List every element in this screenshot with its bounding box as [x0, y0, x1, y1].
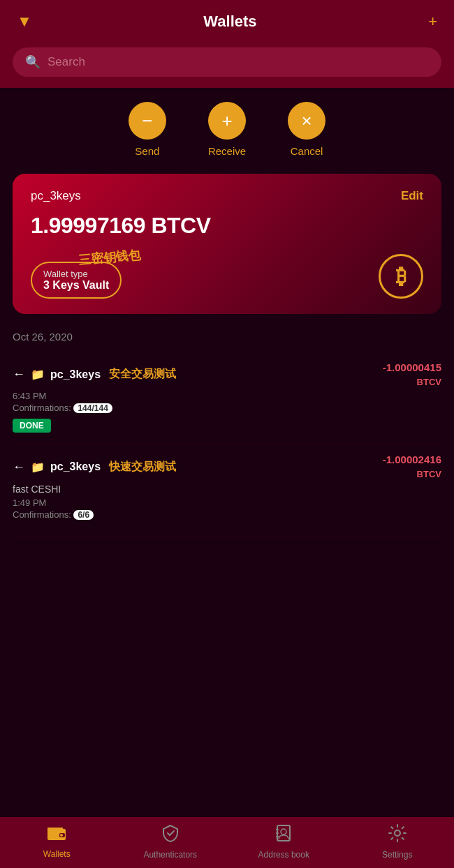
tx-confirmations-1: Confirmations: 144/144	[13, 403, 441, 413]
address-book-nav-label: Address book	[258, 850, 309, 860]
page-title: Wallets	[203, 13, 256, 31]
tx-confirmations-value-2: 6/6	[73, 510, 94, 520]
action-buttons: − Send + Receive × Cancel	[0, 88, 454, 164]
settings-icon	[388, 824, 407, 846]
tx-sublabel-2: fast CESHI	[13, 484, 61, 495]
transaction-section: Oct 26, 2020 ← 📁 pc_3keys 安全交易测试 -1.0000…	[0, 321, 454, 537]
svg-rect-8	[276, 836, 279, 837]
tx-amount-1: -1.00000415 BTCV	[383, 361, 441, 388]
search-bar: 🔍	[0, 40, 454, 88]
authenticators-nav-label: Authenticators	[143, 850, 197, 860]
wallet-name: pc_3keys	[31, 189, 81, 203]
tx-wallet-icon: 📁	[31, 461, 45, 474]
settings-nav-label: Settings	[382, 850, 412, 860]
tx-wallet-icon: 📁	[31, 368, 45, 381]
wallet-type-annotation: 三密钥钱包	[78, 246, 142, 269]
filter-icon[interactable]: ▼	[17, 13, 32, 31]
svg-point-5	[281, 829, 286, 835]
wallets-nav-label: Wallets	[43, 849, 71, 859]
receive-button[interactable]: + Receive	[208, 102, 246, 157]
cancel-icon: ×	[288, 102, 325, 140]
tx-status-badge-1: DONE	[13, 419, 51, 433]
sidebar-item-wallets[interactable]: Wallets	[29, 825, 85, 859]
btc-icon: ₿	[379, 254, 423, 299]
header: ▼ Wallets +	[0, 0, 454, 40]
svg-rect-1	[47, 828, 63, 830]
tx-direction-arrow: ←	[13, 367, 25, 382]
cancel-label: Cancel	[291, 145, 323, 157]
tx-wallet-name: pc_3keys	[50, 368, 101, 381]
send-button[interactable]: − Send	[129, 102, 166, 157]
wallets-icon	[47, 825, 66, 846]
tx-direction-arrow: ←	[13, 460, 25, 474]
sidebar-item-authenticators[interactable]: Authenticators	[142, 824, 198, 860]
svg-point-9	[395, 830, 400, 836]
search-input[interactable]	[47, 55, 429, 69]
btc-symbol: ₿	[396, 264, 407, 288]
tx-date: Oct 26, 2020	[13, 331, 441, 343]
sidebar-item-address-book[interactable]: Address book	[256, 824, 312, 860]
wallet-type-badge: Wallet type 3 Keys Vault 三密钥钱包	[31, 262, 122, 299]
list-item[interactable]: ← 📁 pc_3keys 快速交易测试 -1.00002416 BTCV fas…	[13, 444, 441, 537]
receive-label: Receive	[208, 145, 246, 157]
tx-wallet-name-2: pc_3keys	[50, 461, 101, 473]
sidebar-item-settings[interactable]: Settings	[369, 824, 425, 860]
send-label: Send	[135, 145, 159, 157]
wallet-card-wrap: pc_3keys Edit 1.99997169 BTCV Wallet typ…	[0, 164, 454, 321]
send-icon: −	[129, 102, 166, 140]
tx-confirmations-2: Confirmations: 6/6	[13, 509, 441, 520]
wallet-type-label: Wallet type	[43, 269, 109, 279]
cancel-button[interactable]: × Cancel	[288, 102, 325, 157]
tx-annotation-1: 安全交易测试	[109, 367, 176, 382]
authenticators-icon	[161, 824, 180, 846]
svg-rect-6	[276, 829, 279, 830]
tx-confirmations-value-1: 144/144	[73, 403, 112, 413]
wallet-type-value: 3 Keys Vault	[43, 279, 109, 292]
tx-amount-2: -1.00002416 BTCV	[383, 453, 441, 480]
search-icon: 🔍	[25, 54, 41, 70]
tx-annotation-2: 快速交易测试	[109, 460, 176, 474]
list-item[interactable]: ← 📁 pc_3keys 安全交易测试 -1.00000415 BTCV 6:4…	[13, 352, 441, 444]
add-icon[interactable]: +	[428, 13, 437, 31]
wallet-edit-button[interactable]: Edit	[401, 189, 423, 203]
tx-time-2: 1:49 PM	[13, 497, 441, 508]
address-book-icon	[274, 824, 293, 846]
receive-icon: +	[208, 102, 246, 140]
wallet-balance: 1.99997169 BTCV	[31, 213, 423, 239]
wallet-card[interactable]: pc_3keys Edit 1.99997169 BTCV Wallet typ…	[13, 174, 441, 314]
tx-time-1: 6:43 PM	[13, 391, 441, 401]
bottom-nav: Wallets Authenticators Address book	[0, 817, 454, 868]
svg-point-3	[60, 834, 63, 837]
svg-rect-7	[276, 832, 279, 834]
